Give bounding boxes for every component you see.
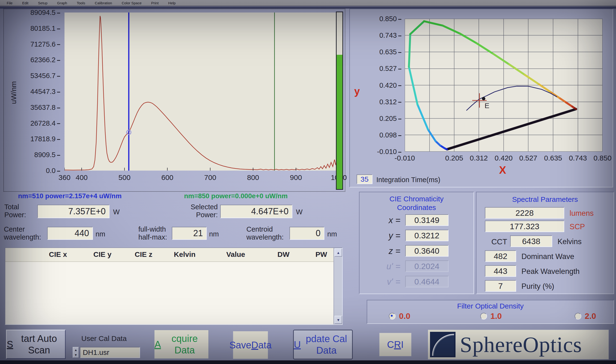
spectral-locus-segment [409,34,410,67]
cie-coordinates-panel: CIE Chromaticity Coordinates x =0.3149y … [359,192,474,294]
centroid-wavelength-value: 0 [290,227,324,240]
spinner-down-icon[interactable]: ▼ [74,353,77,357]
cri-button[interactable]: CRI [379,333,411,356]
param-label-kelvins: Kelvins [558,237,582,246]
total-power-value: 7.357E+0 [37,205,110,218]
spectral-x-tick-label: 400 [76,173,88,182]
column-header-cie-z: CIE z [135,250,152,259]
spectral-parameters-panel: Spectral Parameters 2228lumens177.323SCP… [476,192,614,294]
radio-button-selected[interactable] [389,313,396,320]
radio-button[interactable] [480,313,487,320]
cie-x-tick-label: 0.420 [494,154,513,162]
menu-item-tools[interactable]: Tools [77,1,85,5]
cie-y-tick-label: 0.527 [379,65,401,73]
menu-item-color-space[interactable]: Color Space [122,1,142,5]
coord-label-z: z = [369,246,400,256]
menu-item-graph[interactable]: Graph [57,1,67,5]
spectral-y-tick-label: 26728.4 [30,119,60,127]
sphereoptics-logo-icon [430,332,456,357]
table-scrollbar[interactable]: ▲ ▼ [334,248,342,324]
filter-od-option-1-0[interactable]: 1.0 [480,311,502,321]
filter-od-option-0-0[interactable]: 0.0 [389,311,410,321]
total-power-label: Total Power: [4,203,26,219]
cie-x-ticks: -0.0100.2050.3120.4200.5270.6350.7430.85… [405,154,602,164]
integration-time-input[interactable]: 35 [357,174,373,184]
menu-item-print[interactable]: Print [151,1,159,5]
scroll-down-button[interactable]: ▼ [335,316,342,324]
cie-y-tick-label: 0.205 [379,115,401,123]
column-header-dw: DW [278,250,290,259]
spectral-y-ticks: 89094.580185.171275.662366.253456.744547… [14,13,62,170]
menu-item-calibration[interactable]: Calibration [95,1,112,5]
spectral-y-tick-label: 8909.5 [34,151,60,159]
window-divider [0,7,616,9]
save-data-button[interactable]: Save Data [233,331,268,359]
param-value-dominant-wave: 482 [485,250,516,262]
selected-power-unit: W [296,208,302,216]
spectral-y-tick-label: 17818.9 [30,135,60,143]
start-auto-scan-button[interactable]: Start Auto Scan [6,330,66,359]
selected-power-value: 4.647E+0 [220,205,292,218]
cie-y-tick-label: 0.312 [379,98,401,106]
coord-label-u: u' = [369,261,400,272]
radio-label: 1.0 [490,311,502,321]
coord-label-v: v' = [369,277,400,287]
cie-x-tick-label: 0.312 [470,154,488,162]
spectral-x-tick-label: 500 [118,173,130,182]
menu-item-setup[interactable]: Setup [38,1,47,5]
cie-y-ticks: 0.8500.7430.6350.5270.4200.3120.2050.098… [364,19,403,152]
scroll-up-button[interactable]: ▲ [335,248,342,257]
selected-power-label: Selected Power: [182,203,218,219]
spectral-y-tick-label: 35637.8 [30,104,60,112]
acquire-data-button[interactable]: Acquire Data [154,330,209,359]
filter-od-option-2-0[interactable]: 2.0 [574,311,596,321]
radio-label: 0.0 [399,311,410,321]
results-table-header: CIE xCIE yCIE zKelvinValueDWPW [5,248,335,262]
blue-cursor-readout: nm=510 power=2.157e+4 uW/nm [18,192,122,200]
cie-y-tick-label: 0.850 [379,15,401,23]
cie-x-tick-label: 0.850 [593,154,611,162]
spectral-y-tick-label: 0.0 [46,167,60,175]
green-cursor-readout: nm=850 power=0.000e+0 uW/nm [184,192,288,200]
spectral-locus-segment [575,108,576,109]
cie-x-tick-label: 0.205 [445,154,463,162]
param-label-peak-wavelength: Peak Wavelength [521,267,580,276]
menu-item-edit[interactable]: Edit [22,1,28,5]
spectral-x-tick-label: 600 [161,173,173,182]
param-label-dominant-wave: Dominant Wave [521,252,574,261]
cie-chromaticity-panel: y 0.8500.7430.6350.5270.4200.3120.2050.0… [350,9,613,187]
column-header-value: Value [226,250,245,259]
total-power-unit: W [113,208,120,216]
spectral-y-tick-label: 44547.3 [30,88,60,96]
spectral-y-tick-label: 89094.5 [30,9,60,17]
coord-value-u: 0.2024 [405,260,448,272]
user-cal-file-input[interactable] [80,347,140,358]
sphereoptics-logo-text: SphereOptics [460,332,582,357]
fwhm-label: full-width half-max: [138,225,167,241]
integration-time-label: Integration Time(ms) [376,176,440,184]
spectral-x-tick-label: 360 [58,173,70,182]
cie-y-tick-label: 0.098 [379,131,401,139]
spectral-plot-background [65,13,339,170]
coord-label-x: x = [369,215,400,225]
spinner-up-icon[interactable]: ▲ [74,348,77,351]
param-label-scp: SCP [570,222,585,231]
radio-button[interactable] [574,313,581,320]
fwhm-unit: nm [209,230,219,238]
menu-item-help[interactable]: Help [168,1,176,5]
param-prefix-cct: CCT [491,237,507,246]
user-cal-data-label: User Cal Data [81,335,126,343]
screen-bottom-bezel [0,360,616,364]
user-cal-spinner[interactable]: ▲▼ [73,347,79,358]
sphereoptics-logo: SphereOptics [428,330,609,359]
column-header-cie-y: CIE y [93,250,112,259]
spectral-graph-panel: uW/nm 89094.580185.171275.662366.253456.… [3,9,345,192]
centroid-wavelength-unit: nm [327,230,337,238]
update-cal-data-button[interactable]: Update Cal Data [293,330,353,359]
spectral-y-tick-label: 80185.1 [30,25,60,32]
spectral-x-tick-label: 800 [247,173,259,182]
coord-value-v: 0.4644 [405,276,448,287]
cie-y-tick-label: 0.420 [379,81,401,89]
param-value-kelvins: 6438 [510,235,552,247]
menu-item-file[interactable]: File [7,1,13,5]
